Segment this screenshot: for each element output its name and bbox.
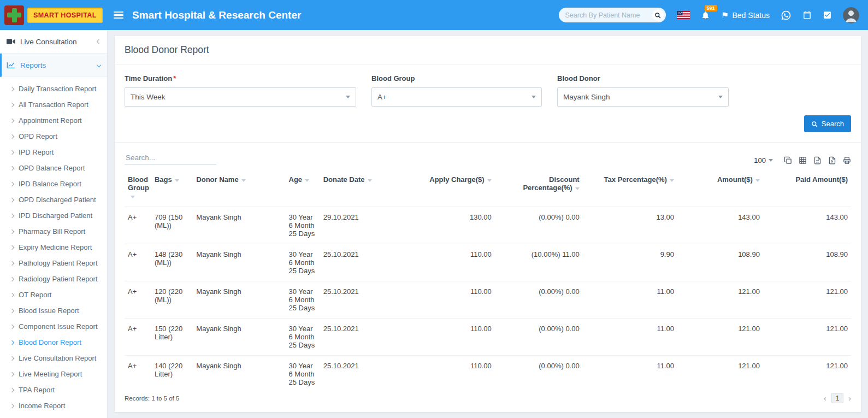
pdf-export-icon[interactable] (828, 156, 836, 164)
col-header-blood-group[interactable]: Blood Group (125, 170, 151, 207)
chevron-right-icon (10, 356, 14, 360)
copy-export-icon[interactable] (784, 156, 792, 164)
table-row: A+ 709 (150 (ML)) Mayank Singh 30 Year 6… (125, 207, 851, 244)
chevron-right-icon (10, 308, 14, 313)
col-header-tax-percentage[interactable]: Tax Percentage(%) (583, 170, 677, 207)
sidebar-item-expiry-medicine-report[interactable]: Expiry Medicine Report (0, 239, 107, 255)
cell-discount: (10.00%) 11.00 (495, 244, 583, 281)
patient-search-input[interactable] (565, 11, 652, 19)
chevron-right-icon (10, 387, 14, 392)
sidebar-item-daily-transaction-report[interactable]: Daily Transaction Report (0, 81, 107, 97)
blood-group-select[interactable]: A+ (371, 87, 542, 107)
excel-export-icon[interactable] (799, 156, 807, 164)
sidebar-item-appointment-report[interactable]: Appointment Report (0, 113, 107, 128)
print-icon[interactable] (843, 156, 851, 164)
time-duration-label: Time Duration (125, 74, 172, 83)
sidebar-item-all-transaction-report[interactable]: All Transaction Report (0, 97, 107, 113)
sort-icon (131, 196, 135, 198)
whatsapp-icon[interactable] (781, 10, 792, 21)
pagination-prev-icon[interactable]: ‹ (824, 395, 826, 402)
required-asterisk: * (173, 74, 176, 83)
sidebar-item-radiology-patient-report[interactable]: Radiology Patient Report (0, 271, 107, 287)
page-size-select[interactable]: 100 (754, 156, 773, 164)
time-duration-filter: Time Duration* This Week (125, 74, 356, 107)
bed-status-button[interactable]: Bed Status (721, 11, 770, 20)
chevron-right-icon (10, 245, 14, 249)
time-duration-select[interactable]: This Week (125, 87, 356, 107)
chevron-right-icon (10, 292, 14, 297)
sidebar-item-pathology-patient-report[interactable]: Pathology Patient Report (0, 255, 107, 271)
calendar-icon[interactable] (802, 10, 812, 20)
sidebar-item-blood-donor-report[interactable]: Blood Donor Report (0, 334, 107, 350)
page-body: Live Consultation Reports Daily Transact… (0, 30, 868, 418)
sidebar-item-ipd-report[interactable]: IPD Report (0, 144, 107, 160)
search-button[interactable]: Search (804, 115, 851, 132)
user-avatar[interactable] (843, 7, 859, 23)
cell-tax: 11.00 (583, 319, 677, 356)
pagination-next-icon[interactable]: › (848, 395, 851, 402)
patient-search (559, 8, 666, 22)
chevron-right-icon (10, 213, 14, 217)
sidebar-item-blood-issue-report[interactable]: Blood Issue Report (0, 303, 107, 319)
sidebar-item-ipd-discharged-patient[interactable]: IPD Discharged Patient (0, 208, 107, 223)
sidebar-item-opd-balance-report[interactable]: OPD Balance Report (0, 160, 107, 176)
col-header-discount-percentage[interactable]: Discount Percentage(%) (495, 170, 583, 207)
col-header-paid-amount[interactable]: Paid Amount($) (763, 170, 851, 207)
app-logo[interactable]: SMART HOSPITAL (0, 5, 109, 25)
table-header-row: Blood Group Bags Donor Name Age Donate D… (125, 170, 851, 207)
tasks-check-icon[interactable] (823, 10, 832, 20)
search-icon[interactable] (652, 9, 664, 21)
col-header-bags[interactable]: Bags (151, 170, 193, 207)
col-header-apply-charge[interactable]: Apply Charge($) (386, 170, 495, 207)
sidebar-item-label: IPD Balance Report (19, 180, 81, 188)
csv-export-icon[interactable] (813, 156, 822, 164)
sidebar-item-opd-report[interactable]: OPD Report (0, 128, 107, 144)
sidebar-item-component-issue-report[interactable]: Component Issue Report (0, 319, 107, 334)
cell-bags: 150 (220 Litter) (151, 319, 193, 356)
chevron-right-icon (10, 181, 14, 186)
chevron-right-icon (10, 197, 14, 202)
chevron-right-icon (10, 86, 14, 91)
cell-paid-amount: 143.00 (763, 207, 851, 244)
blood-group-label: Blood Group (371, 74, 542, 83)
col-header-amount[interactable]: Amount($) (677, 170, 763, 207)
chevron-left-icon (97, 39, 101, 44)
chevron-down-icon (769, 159, 773, 162)
sidebar-item-ot-report[interactable]: OT Report (0, 287, 107, 303)
sidebar-item-tpa-report[interactable]: TPA Report (0, 382, 107, 398)
sort-icon (487, 179, 492, 182)
sidebar-item-label: Blood Donor Report (19, 338, 81, 346)
notification-badge: 591 (705, 5, 717, 12)
col-header-donate-date[interactable]: Donate Date (320, 170, 386, 207)
cell-discount: (0.00%) 0.00 (495, 207, 583, 244)
notifications-button[interactable]: 591 (701, 10, 710, 20)
menu-toggle-button[interactable] (110, 8, 127, 22)
blood-donor-select[interactable]: Mayank Singh (557, 87, 729, 107)
cell-apply-charge: 110.00 (386, 356, 495, 387)
sidebar-item-live-consultation-report[interactable]: Live Consultation Report (0, 350, 107, 366)
sidebar-item-live-meeting-report[interactable]: Live Meeting Report (0, 366, 107, 382)
sidebar-item-live-consultation[interactable]: Live Consultation (0, 30, 107, 54)
cell-bags: 120 (220 (ML)) (151, 281, 193, 319)
col-header-age[interactable]: Age (286, 170, 320, 207)
sidebar-item-income-report[interactable]: Income Report (0, 398, 107, 414)
sidebar-item-ipd-balance-report[interactable]: IPD Balance Report (0, 176, 107, 192)
search-icon (811, 121, 818, 127)
cell-donate-date: 25.10.2021 (320, 281, 386, 319)
sort-icon (575, 187, 580, 190)
sidebar-item-pharmacy-bill-report[interactable]: Pharmacy Bill Report (0, 223, 107, 239)
chevron-right-icon (10, 261, 14, 265)
cell-age: 30 Year 6 Month 25 Days (286, 319, 320, 356)
sidebar-item-label: Expiry Medicine Report (19, 243, 92, 251)
sidebar-item-reports[interactable]: Reports (0, 54, 107, 77)
cell-paid-amount: 121.00 (763, 319, 851, 356)
cell-apply-charge: 110.00 (386, 281, 495, 319)
cell-donate-date: 25.10.2021 (320, 356, 386, 387)
table-search-input[interactable] (125, 151, 216, 164)
chevron-right-icon (10, 340, 14, 344)
col-header-donor-name[interactable]: Donor Name (193, 170, 285, 207)
chevron-right-icon (10, 150, 14, 154)
pagination-page-1[interactable]: 1 (831, 393, 844, 403)
language-flag-icon[interactable] (677, 11, 690, 19)
sidebar-item-opd-discharged-patient[interactable]: OPD Discharged Patient (0, 192, 107, 208)
